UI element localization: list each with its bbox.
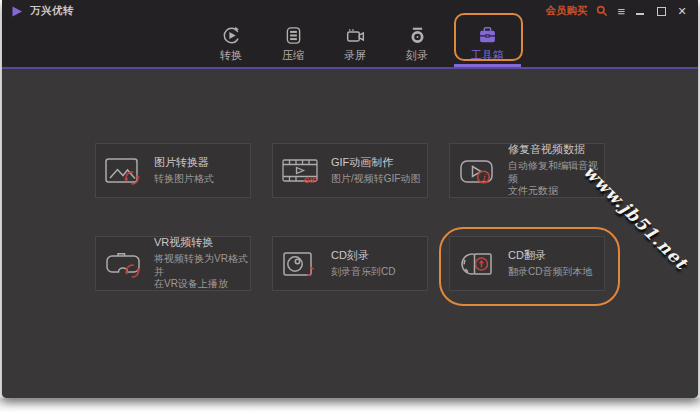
toolbox-icon: [478, 26, 497, 45]
toolbox-panel: 图片转换器 转换图片格式 GIF: [2, 69, 698, 398]
tool-card-grid: 图片转换器 转换图片格式 GIF: [95, 143, 605, 291]
fix-metadata-icon: i: [458, 151, 498, 191]
cd-rip-icon: [458, 244, 498, 284]
tab-burn[interactable]: 刻录: [393, 22, 441, 67]
app-logo-icon: [12, 6, 23, 17]
minimize-icon: [636, 13, 644, 15]
card-title: 修复音视频数据: [508, 143, 604, 156]
card-title: GIF动画制作: [331, 156, 427, 169]
app-header: 万兴优转 会员购买 ≡ ✕: [2, 0, 698, 69]
card-cd-burn[interactable]: ♪ CD刻录 刻录音乐到CD: [272, 236, 428, 291]
gif-maker-icon: GIF: [281, 151, 321, 191]
cd-burn-icon: ♪: [281, 244, 321, 284]
card-fix-media-metadata[interactable]: i 修复音视频数据 自动修复和编辑音视频 文件元数据: [449, 143, 605, 198]
app-title: 万兴优转: [30, 4, 74, 18]
tab-toolbox[interactable]: 工具箱: [455, 22, 519, 67]
card-subtitle: 翻录CD音频到本地: [508, 266, 604, 279]
app-window: 万兴优转 会员购买 ≡ ✕: [2, 0, 698, 398]
titlebar-controls: 会员购买 ≡ ✕: [545, 4, 688, 18]
card-cd-rip[interactable]: CD翻录 翻录CD音频到本地: [449, 236, 605, 291]
menu-icon[interactable]: ≡: [617, 5, 625, 18]
gif-badge-label: GIF: [304, 175, 317, 184]
card-vr-converter[interactable]: VR视频转换 将视频转换为VR格式并 在VR设备上播放: [95, 236, 251, 291]
card-subtitle: 刻录音乐到CD: [331, 266, 427, 279]
card-gif-maker[interactable]: GIF GIF动画制作 图片/视频转GIF动图: [272, 143, 428, 198]
card-title: 图片转换器: [154, 156, 250, 169]
maximize-button[interactable]: [655, 4, 667, 18]
card-subtitle: 自动修复和编辑音视频 文件元数据: [508, 160, 604, 198]
screen-record-icon: [346, 26, 365, 45]
close-button[interactable]: ✕: [676, 4, 688, 18]
vr-converter-icon: [104, 244, 144, 284]
tab-compress[interactable]: 压缩: [269, 22, 317, 67]
image-converter-icon: [104, 151, 144, 191]
tab-convert[interactable]: 转换: [207, 22, 255, 67]
burn-icon: [408, 26, 427, 45]
tab-screen-record[interactable]: 录屏: [331, 22, 379, 67]
card-title: VR视频转换: [154, 236, 250, 249]
card-title: CD翻录: [508, 249, 604, 262]
maximize-icon: [657, 7, 666, 16]
main-nav: 转换 压缩: [207, 22, 519, 67]
search-icon[interactable]: [596, 4, 608, 18]
card-subtitle: 将视频转换为VR格式并 在VR设备上播放: [154, 253, 250, 291]
card-image-converter[interactable]: 图片转换器 转换图片格式: [95, 143, 251, 198]
card-title: CD刻录: [331, 249, 427, 262]
card-subtitle: 转换图片格式: [154, 173, 250, 186]
convert-icon: [222, 26, 241, 45]
close-icon: ✕: [677, 6, 686, 17]
card-subtitle: 图片/视频转GIF动图: [331, 173, 427, 186]
buy-membership-link[interactable]: 会员购买: [545, 4, 587, 18]
svg-text:i: i: [482, 171, 486, 182]
minimize-button[interactable]: [634, 4, 646, 18]
screenshot-stage: 万兴优转 会员购买 ≡ ✕: [0, 0, 700, 413]
titlebar: 万兴优转 会员购买 ≡ ✕: [2, 0, 698, 22]
active-tab-underline: [454, 64, 521, 67]
music-note-glyph: ♪: [306, 264, 314, 279]
compress-icon: [284, 26, 303, 45]
